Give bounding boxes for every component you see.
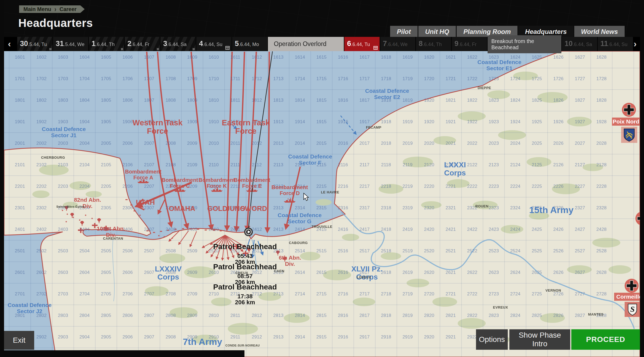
tab-pilot[interactable]: Pilot xyxy=(390,26,418,37)
timeline-date[interactable]: 6.6.44, Tu xyxy=(344,37,380,51)
tab-unit-hq[interactable]: Unit HQ xyxy=(418,26,456,37)
mission-entry[interactable]: Patrol Beachhead 17:38 206 km xyxy=(194,283,296,305)
timeline-date[interactable]: 9.6.44, Fr xyxy=(452,37,487,51)
skip-day-icon: » xyxy=(156,46,159,52)
page-title: Headquarters xyxy=(18,17,93,30)
timeline: ‹ › 30.5.44, Tu»31.5.44, We1.6.44, Th»2.… xyxy=(0,37,644,51)
chevron-separator-icon: › xyxy=(54,5,56,13)
tab-world-news[interactable]: World News xyxy=(574,26,625,37)
timeline-date[interactable]: 4.6.44, Su xyxy=(196,37,232,51)
timeline-date[interactable]: 8.6.44, Th xyxy=(416,37,451,51)
mission-list: Patrol Beachhead 05:43 206 km Patrol Bea… xyxy=(4,51,640,357)
mission-entry[interactable]: Patrol Beachhead 08:57 206 km xyxy=(194,263,296,285)
mission-time: 08:57 xyxy=(194,273,296,279)
airfield-chip-cormeille[interactable]: Cormeille xyxy=(614,293,644,301)
timeline-prev-button[interactable]: ‹ xyxy=(5,37,14,51)
airfield-chip-poix-nord[interactable]: Poix Nord xyxy=(612,118,640,126)
timeline-date[interactable]: 3.6.44, Sa» xyxy=(160,37,196,51)
timeline-phase-chip[interactable]: Operation Overlord xyxy=(268,37,344,51)
breadcrumb-career[interactable]: Career xyxy=(60,6,76,12)
timeline-date[interactable]: 10.6.44, Sa xyxy=(562,37,597,51)
timeline-phase-chip[interactable]: Breakout from the Beachhead xyxy=(488,35,561,53)
campaign-map[interactable]: S 16011602160316041605160616071608160916… xyxy=(4,51,640,357)
skip-day-icon: » xyxy=(121,46,123,52)
skip-day-icon: » xyxy=(192,46,194,52)
exit-button[interactable]: Exit xyxy=(4,331,34,350)
frame-bottom xyxy=(0,350,244,357)
timeline-date[interactable]: 2.6.44, Fr» xyxy=(125,37,160,51)
mission-time: 05:43 xyxy=(194,253,296,259)
mission-time: 17:38 xyxy=(194,293,296,299)
frame-right xyxy=(640,0,644,357)
timeline-date[interactable]: 30.5.44, Tu» xyxy=(17,37,52,51)
timeline-date[interactable]: 31.5.44, We xyxy=(53,37,88,51)
timeline-date[interactable]: 11.6.44, Su xyxy=(598,37,633,51)
frame-left xyxy=(0,0,4,357)
proceed-button[interactable]: PROCEED xyxy=(571,329,640,350)
breadcrumb-main-menu[interactable]: Main Menu xyxy=(23,6,51,12)
options-button[interactable]: Options xyxy=(476,329,508,350)
mission-distance: 206 km xyxy=(194,299,296,305)
timeline-date[interactable]: 1.6.44, Th» xyxy=(89,37,124,51)
mission-entry[interactable]: Patrol Beachhead 05:43 206 km xyxy=(194,243,296,265)
show-phase-intro-button[interactable]: Show Phase Intro xyxy=(509,329,570,350)
timeline-date[interactable]: 7.6.44, We xyxy=(380,37,415,51)
mission-title: Patrol Beachhead xyxy=(194,263,296,271)
timeline-date[interactable]: 5.6.44, Mo xyxy=(232,37,267,51)
mission-title: Patrol Beachhead xyxy=(194,243,296,251)
breadcrumb[interactable]: Main Menu › Career xyxy=(19,5,85,13)
headquarters-screen: Main Menu › Career Headquarters Pilot Un… xyxy=(0,0,644,357)
mission-title: Patrol Beachhead xyxy=(194,283,296,291)
skip-day-icon: » xyxy=(49,46,51,52)
